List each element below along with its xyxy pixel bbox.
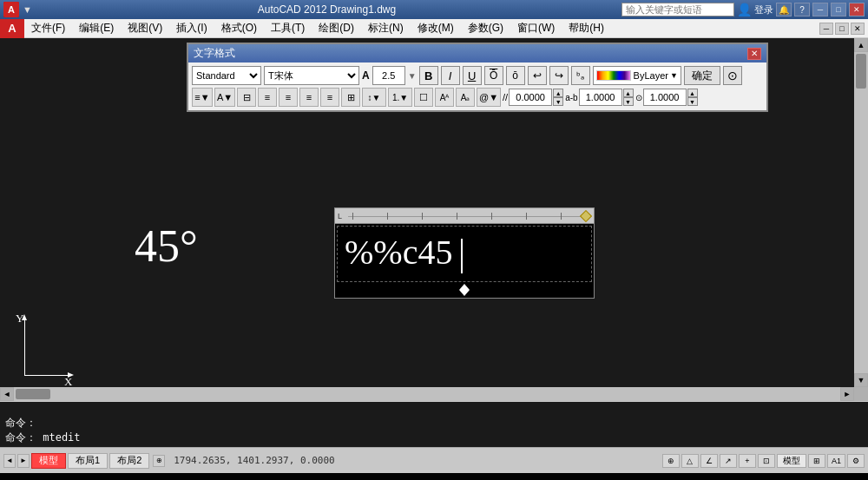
menu-item-edit[interactable]: 编辑(E) [72, 19, 121, 37]
drawing-area[interactable]: 文字格式 ✕ Standard T宋体 A ▼ B I U Ō ō ↩ [0, 38, 868, 401]
col-icon-btn[interactable]: ⊟ [237, 88, 256, 107]
resize-handle[interactable] [335, 284, 594, 298]
app-logo-menu: A [0, 19, 24, 38]
viewport-scale-btn[interactable]: ⊞ [808, 454, 825, 468]
horizontal-scrollbar[interactable]: ◄ ► [0, 387, 854, 401]
login-label[interactable]: 登录 [754, 3, 773, 16]
workspace-btn[interactable]: ⚙ [847, 454, 865, 468]
menu-item-help[interactable]: 帮助(H) [562, 19, 611, 37]
model-space-btn[interactable]: 模型 [777, 454, 806, 468]
restore-sub-btn[interactable]: □ [835, 23, 849, 35]
cmd-line2: 命令： mtedit [5, 431, 863, 445]
snap-btn[interactable]: ⊕ [662, 454, 680, 468]
uppercase-btn[interactable]: Aᴬ [435, 88, 454, 107]
bell-icon-btn[interactable]: 🔔 [776, 3, 792, 16]
text-editor-content[interactable]: %%c45 [337, 226, 592, 282]
tab-scroll-icon[interactable]: ⊕ [153, 455, 165, 467]
tracking-input[interactable] [579, 89, 622, 106]
numbering-btn[interactable]: 1.▼ [388, 88, 412, 107]
scroll-right-btn[interactable]: ► [840, 387, 854, 401]
overline-btn[interactable]: Ō [484, 66, 503, 85]
minimize-sub-btn[interactable]: ─ [819, 23, 833, 35]
align-left-btn[interactable]: ≡ [258, 88, 277, 107]
minimize-btn[interactable]: ─ [812, 3, 828, 16]
dialog-titlebar: 文字格式 ✕ [188, 44, 766, 62]
y-axis-arrow [22, 314, 27, 320]
close-sub-btn[interactable]: ✕ [851, 23, 865, 35]
scroll-left-btn[interactable]: ◄ [0, 387, 14, 401]
align-right-btn[interactable]: ≡ [299, 88, 319, 107]
menu-item-modify[interactable]: 修改(M) [411, 19, 461, 37]
scroll-down-btn[interactable]: ▼ [854, 373, 868, 387]
bold-btn[interactable]: B [419, 66, 438, 85]
h-scroll-thumb[interactable] [16, 389, 50, 399]
scroll-up-btn[interactable]: ▲ [854, 38, 868, 52]
align-icon-btn[interactable]: A▼ [214, 88, 235, 107]
redo-btn[interactable]: ↪ [549, 66, 569, 85]
font-select[interactable]: T宋体 [264, 66, 359, 85]
scale-spin[interactable]: ▲ ▼ [687, 89, 698, 106]
grid-btn[interactable]: △ [681, 454, 699, 468]
tab-model[interactable]: 模型 [31, 453, 66, 469]
titlebar: A ▼ AutoCAD 2012 Drawing1.dwg 👤 登录 🔔 ? ─… [0, 0, 868, 19]
font-size-input[interactable] [372, 66, 405, 85]
tab-nav-prev[interactable]: ◄ [3, 454, 16, 468]
ortho-btn[interactable]: ∠ [700, 454, 718, 468]
text-editor-box[interactable]: L %%c45 [334, 207, 595, 299]
symbol-btn[interactable]: @▼ [477, 88, 501, 107]
tracking-icon: a-b [565, 93, 577, 102]
justify-btn[interactable]: ≡ [320, 88, 339, 107]
expand-btn[interactable]: ⊙ [723, 66, 742, 85]
text-45-label: 45° [135, 220, 198, 272]
snap-track-btn[interactable]: + [739, 454, 756, 468]
italic-btn[interactable]: I [441, 66, 460, 85]
oblique-spin[interactable]: ▲ ▼ [553, 89, 563, 106]
confirm-btn[interactable]: 确定 [684, 66, 720, 85]
vertical-scrollbar[interactable]: ▲ ▼ [854, 38, 868, 387]
menu-item-param[interactable]: 参数(G) [461, 19, 510, 37]
menu-item-window[interactable]: 窗口(W) [510, 19, 562, 37]
menubar: A 文件(F) 编辑(E) 视图(V) 插入(I) 格式(O) 工具(T) 绘图… [0, 19, 868, 38]
lowercase-btn[interactable]: Aₐ [456, 88, 475, 107]
insert-field-btn[interactable]: ☐ [414, 88, 433, 107]
dialog-close-btn[interactable]: ✕ [747, 48, 761, 60]
bullet-icon-btn[interactable]: ≡▼ [192, 88, 213, 107]
distribute-btn[interactable]: ⊞ [341, 88, 360, 107]
menu-item-insert[interactable]: 插入(I) [169, 19, 214, 37]
search-area: 👤 登录 🔔 ? ─ □ ✕ [621, 3, 865, 16]
menu-icon[interactable]: ▼ [23, 4, 32, 15]
ruler-l-label: L [338, 212, 342, 220]
tab-nav-next[interactable]: ► [17, 454, 30, 468]
menu-item-dimension[interactable]: 标注(N) [361, 19, 411, 37]
scale-input[interactable] [643, 89, 687, 106]
help-btn[interactable]: ? [794, 3, 810, 16]
v-scroll-thumb[interactable] [856, 54, 866, 89]
menu-item-format[interactable]: 格式(O) [214, 19, 264, 37]
restore-btn[interactable]: □ [831, 3, 846, 16]
ruler-diamond-handle[interactable] [580, 210, 592, 222]
style-select[interactable]: Standard [192, 66, 261, 85]
menu-item-file[interactable]: 文件(F) [24, 19, 72, 37]
stack-btn[interactable]: ᵇₐ [571, 66, 590, 85]
polar-btn[interactable]: ↗ [720, 454, 737, 468]
underline-btn[interactable]: U [463, 66, 482, 85]
line-spacing-btn[interactable]: ↕▼ [362, 88, 386, 107]
autocad-logo: A [3, 2, 19, 17]
annotate-scale-btn[interactable]: A1 [827, 454, 845, 468]
tab-layout1[interactable]: 布局1 [68, 453, 108, 469]
undo-btn[interactable]: ↩ [528, 66, 547, 85]
dyn-ucs-btn[interactable]: ⊡ [758, 454, 775, 468]
menu-item-tools[interactable]: 工具(T) [264, 19, 312, 37]
tab-layout2[interactable]: 布局2 [109, 453, 149, 469]
tracking-spin[interactable]: ▲ ▼ [623, 89, 634, 106]
color-select-area[interactable]: ByLayer ▼ [593, 66, 681, 85]
scale-icon: ⊙ [635, 93, 642, 102]
search-input[interactable] [621, 3, 734, 16]
align-center-btn[interactable]: ≡ [279, 88, 298, 107]
menu-item-view[interactable]: 视图(V) [121, 19, 169, 37]
titlebar-left: A ▼ [3, 2, 32, 17]
oblique-angle-input[interactable] [509, 89, 552, 106]
menu-item-draw[interactable]: 绘图(D) [312, 19, 361, 37]
close-btn[interactable]: ✕ [849, 3, 865, 16]
strikethrough-btn[interactable]: ō [506, 66, 525, 85]
